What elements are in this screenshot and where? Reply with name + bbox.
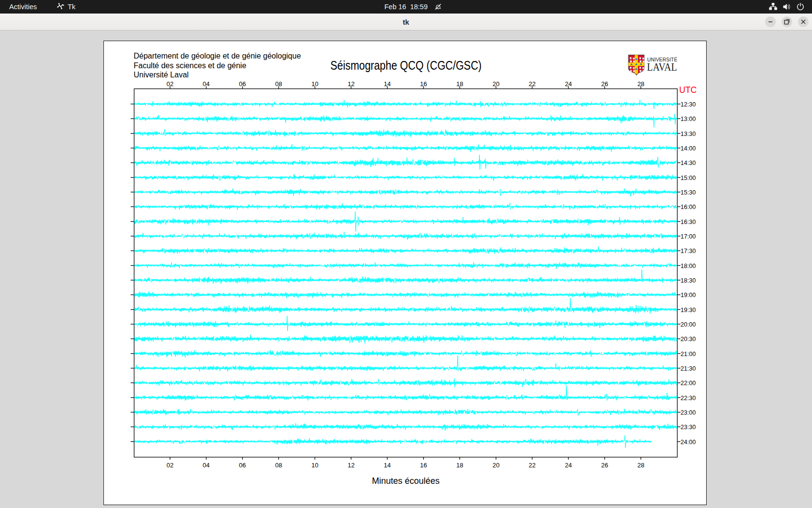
svg-text:20: 20 xyxy=(493,80,499,88)
svg-text:02: 02 xyxy=(166,462,173,469)
svg-text:20: 20 xyxy=(493,462,499,469)
svg-text:08: 08 xyxy=(275,462,282,469)
svg-text:15:00: 15:00 xyxy=(681,174,696,181)
svg-text:22:30: 22:30 xyxy=(681,394,696,402)
svg-text:17:00: 17:00 xyxy=(681,233,696,240)
svg-text:LAVAL: LAVAL xyxy=(647,60,677,73)
svg-text:21:30: 21:30 xyxy=(681,365,696,372)
svg-text:19:30: 19:30 xyxy=(681,306,696,314)
svg-text:19:00: 19:00 xyxy=(681,291,696,299)
svg-text:14:30: 14:30 xyxy=(681,159,696,166)
svg-text:23:30: 23:30 xyxy=(681,423,696,431)
svg-text:02: 02 xyxy=(166,80,173,88)
svg-text:06: 06 xyxy=(239,462,246,469)
svg-text:12:30: 12:30 xyxy=(681,101,696,108)
svg-text:26: 26 xyxy=(601,80,608,88)
svg-text:20:00: 20:00 xyxy=(681,321,696,328)
svg-text:10: 10 xyxy=(311,80,318,88)
svg-text:24: 24 xyxy=(565,462,572,469)
svg-text:16: 16 xyxy=(420,80,427,88)
svg-text:18: 18 xyxy=(456,462,463,469)
svg-text:Séismographe QCQ (CGC/GSC): Séismographe QCQ (CGC/GSC) xyxy=(331,59,482,72)
svg-text:06: 06 xyxy=(239,80,246,88)
svg-text:Faculté des sciences et de gén: Faculté des sciences et de génie xyxy=(134,61,246,70)
svg-text:18: 18 xyxy=(456,80,463,88)
svg-text:Département de géologie et de: Département de géologie et de génie géol… xyxy=(134,52,301,60)
svg-text:21:00: 21:00 xyxy=(681,350,696,358)
svg-text:26: 26 xyxy=(601,462,608,469)
svg-text:Université Laval: Université Laval xyxy=(134,71,189,79)
svg-text:14: 14 xyxy=(384,80,391,88)
svg-text:16:00: 16:00 xyxy=(681,203,696,210)
svg-text:13:00: 13:00 xyxy=(681,115,696,122)
svg-text:24:00: 24:00 xyxy=(681,438,696,446)
svg-text:08: 08 xyxy=(275,80,282,88)
svg-text:12: 12 xyxy=(348,462,354,469)
svg-text:15:30: 15:30 xyxy=(681,189,696,196)
svg-text:16:30: 16:30 xyxy=(681,218,696,225)
svg-text:22: 22 xyxy=(529,462,536,469)
svg-text:28: 28 xyxy=(638,462,644,469)
svg-text:22: 22 xyxy=(529,80,536,88)
svg-text:14: 14 xyxy=(384,462,391,469)
svg-text:04: 04 xyxy=(203,80,209,88)
svg-text:18:30: 18:30 xyxy=(681,277,696,284)
svg-text:04: 04 xyxy=(203,462,209,469)
svg-text:14:00: 14:00 xyxy=(681,145,696,152)
svg-text:23:00: 23:00 xyxy=(681,409,696,416)
svg-text:28: 28 xyxy=(638,80,644,88)
svg-text:13:30: 13:30 xyxy=(681,130,696,137)
svg-text:17:30: 17:30 xyxy=(681,247,696,254)
svg-text:UTC: UTC xyxy=(679,85,696,95)
svg-text:20:30: 20:30 xyxy=(681,335,696,343)
svg-text:10: 10 xyxy=(311,462,318,469)
svg-text:Minutes écoulées: Minutes écoulées xyxy=(372,476,440,486)
svg-text:16: 16 xyxy=(420,462,427,469)
svg-text:12: 12 xyxy=(348,80,354,88)
svg-text:18:00: 18:00 xyxy=(681,262,696,269)
svg-text:22:00: 22:00 xyxy=(681,379,696,387)
svg-text:24: 24 xyxy=(565,80,572,88)
